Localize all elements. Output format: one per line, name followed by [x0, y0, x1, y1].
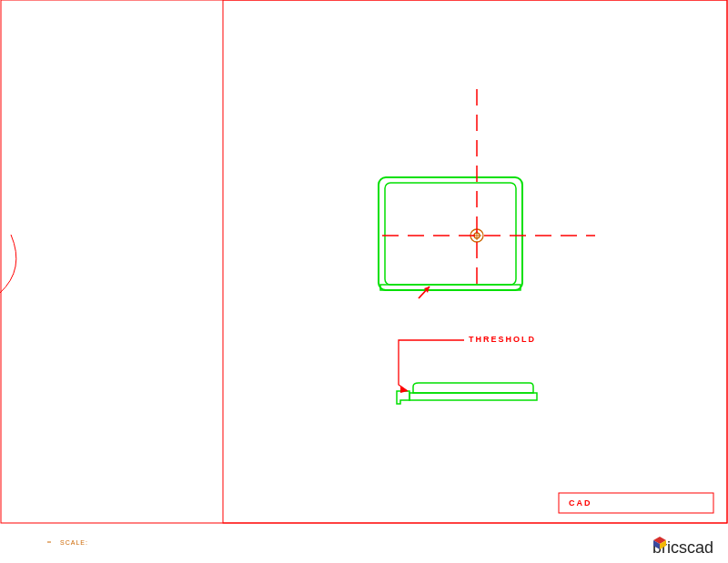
drawing-frame: [223, 0, 727, 523]
threshold-label: THRESHOLD: [469, 335, 536, 344]
brand-icon: [652, 536, 667, 550]
elevation-view: [397, 383, 537, 404]
sheet-border: [1, 0, 727, 523]
svg-rect-2: [385, 183, 516, 285]
threshold-leader: [399, 340, 464, 393]
brand-logo: bricscad: [652, 538, 713, 558]
svg-marker-11: [400, 386, 408, 393]
scale-label: SCALE:: [60, 539, 88, 546]
centerlines: [382, 89, 595, 286]
titleblock-label: CAD: [569, 498, 592, 508]
plan-view: [379, 177, 522, 290]
stray-arc: [0, 235, 16, 293]
svg-rect-1: [379, 177, 522, 290]
cad-canvas: [0, 0, 728, 563]
